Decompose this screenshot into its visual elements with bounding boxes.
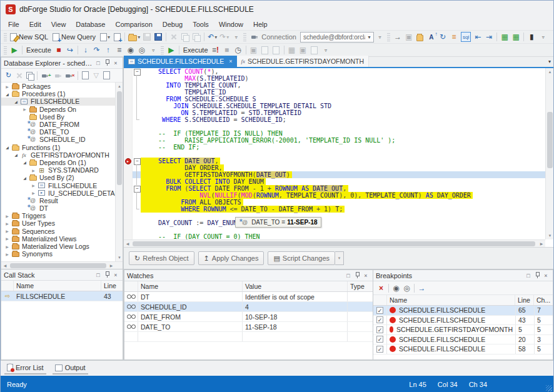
new-snippet-button[interactable] xyxy=(259,44,271,56)
undo-button[interactable]: ↶▾ xyxy=(206,31,218,43)
collapsed-arrow-icon[interactable]: ▶ xyxy=(4,252,11,256)
collapsed-arrow-icon[interactable]: ▶ xyxy=(4,236,11,241)
breakpoint-check-cell[interactable]: ✓ xyxy=(373,335,387,344)
menu-database[interactable]: Database xyxy=(71,19,110,29)
column-line[interactable]: Line xyxy=(515,295,534,305)
sql-formatter-toggle[interactable]: sql xyxy=(460,31,472,43)
menu-edit[interactable]: Edit xyxy=(24,19,46,29)
word-case-button[interactable]: A xyxy=(426,31,437,43)
tree-item[interactable]: @Result xyxy=(1,197,123,204)
code-line[interactable]: GETFIRSTDAYOFMONTH(DATE_OUT) xyxy=(124,171,553,178)
explorer-horizontal-scrollbar[interactable]: ◀ ▶ xyxy=(1,261,123,269)
go-to-source-button[interactable]: → xyxy=(416,283,427,293)
toolbar-overflow-button[interactable]: ▿ xyxy=(320,44,331,56)
save-button[interactable] xyxy=(141,31,153,43)
format-code-button[interactable]: ≡ xyxy=(448,31,460,43)
redo-button[interactable]: ↷▾ xyxy=(218,31,230,43)
breakpoint-margin[interactable] xyxy=(124,109,133,116)
maximize-icon[interactable]: □ xyxy=(344,273,353,279)
execute-label[interactable]: Execute xyxy=(24,46,53,54)
query-profiler-button[interactable]: ▣ xyxy=(248,44,259,56)
step-out-button[interactable]: ↑ xyxy=(103,44,114,56)
code-line[interactable]: BULK COLLECT INTO DAY_ENUM xyxy=(124,178,553,185)
tree-item[interactable]: ▶Depends On xyxy=(1,106,123,113)
code-line[interactable]: INTO TEMPLATE_COUNT, xyxy=(124,82,553,89)
watch-row[interactable]: DATE_TO11-SEP-18 xyxy=(124,322,373,332)
tree-item[interactable]: ▶⊞SYS.STANDARD xyxy=(1,166,123,174)
breakpoint-margin[interactable] xyxy=(124,75,133,82)
code-line[interactable] xyxy=(124,151,553,158)
column-value[interactable]: Value xyxy=(243,281,348,291)
code-line[interactable]: WHERE ROWNUM <= DATE_TO - DATE_FROM + 1)… xyxy=(124,206,553,213)
breakpoint-margin[interactable]: ▸ xyxy=(124,158,133,164)
new-sql-button[interactable]: New SQL xyxy=(9,31,51,43)
editor-horizontal-scrollbar[interactable]: ◀ ▶ xyxy=(124,239,545,247)
expanded-arrow-icon[interactable]: ◢ xyxy=(4,92,11,96)
fold-collapse-button[interactable] xyxy=(133,158,141,164)
collapsed-arrow-icon[interactable]: ▶ xyxy=(21,107,28,111)
new-connection-button[interactable]: + xyxy=(39,70,53,81)
tree-item[interactable]: ◢Functions (1) xyxy=(1,144,123,151)
script-object-button[interactable] xyxy=(80,70,91,81)
watch-row[interactable]: DATE_FROM10-SEP-18 xyxy=(124,312,373,322)
maximize-icon[interactable]: □ xyxy=(94,60,103,66)
tree-item[interactable]: ◢Used By (2) xyxy=(1,174,123,181)
toolbar-overflow-button[interactable]: ▿ xyxy=(148,44,159,56)
script-changes-dropdown[interactable]: ▾ xyxy=(335,251,344,265)
breakpoint-row[interactable]: ✓SCHEDULE.FILLSCHEDULE585 xyxy=(373,344,553,354)
expanded-arrow-icon[interactable]: ◢ xyxy=(21,176,28,180)
column-name[interactable]: Name xyxy=(138,281,243,291)
step-over-button[interactable]: ↷ xyxy=(91,44,103,56)
tab-output[interactable]: Output xyxy=(53,362,88,374)
breakpoint-check-cell[interactable]: ✓ xyxy=(373,316,387,325)
column-name[interactable]: Name xyxy=(14,281,101,291)
results-pane-button[interactable]: ▣ xyxy=(298,44,309,56)
toggle-breakpoint-button[interactable]: ◉ xyxy=(125,44,136,56)
toolbar-grip[interactable] xyxy=(4,33,7,41)
breakpoint-margin[interactable] xyxy=(124,68,133,75)
collapsed-arrow-icon[interactable]: ▶ xyxy=(30,168,37,173)
code-line[interactable] xyxy=(124,123,553,130)
breakpoint-margin[interactable] xyxy=(124,89,133,96)
code-line[interactable]: WHERE S.SCHEDULEID = SCHEDULE_ID; xyxy=(124,116,553,123)
pin-icon[interactable] xyxy=(103,271,111,279)
delete-object-button[interactable] xyxy=(14,70,24,81)
breakpoint-margin[interactable] xyxy=(124,82,133,89)
document-well-dropdown-icon[interactable]: ▾ xyxy=(548,59,551,64)
execute-script-button[interactable]: ▶ xyxy=(166,44,177,56)
resize-grip[interactable] xyxy=(546,385,552,391)
breakpoint-row[interactable]: ✓SCHEDULE.FILLSCHEDULE435 xyxy=(373,316,553,326)
cut-button[interactable] xyxy=(168,31,179,43)
filter-button[interactable]: ▽ xyxy=(91,70,101,81)
code-line[interactable]: ON S.TEMPLATEID = STD.TEMPLATEID xyxy=(124,109,553,116)
breakpoint-row[interactable]: ✓SCHEDULE.GETFIRSTDAYOFMONTH55 xyxy=(373,325,553,335)
tree-item[interactable]: ◢fxGETFIRSTDAYOFMONTH xyxy=(1,151,123,159)
scrollbar-thumb[interactable] xyxy=(133,241,535,246)
watch-row[interactable]: DTIdentifier is out of scope xyxy=(124,292,373,302)
breakpoint-checkbox[interactable]: ✓ xyxy=(376,346,383,353)
breakpoint-checkbox[interactable]: ✓ xyxy=(376,307,383,314)
breakpoint-row[interactable]: ✓SCHEDULE.FILLSCHEDULE203 xyxy=(373,335,553,345)
breakpoint-margin[interactable] xyxy=(124,219,133,226)
script-changes-button[interactable]: ▤Script Changes xyxy=(268,251,335,265)
code-line[interactable]: ▸ SELECT DATE_OUT, xyxy=(124,158,553,164)
new-document-button[interactable]: ▾ xyxy=(99,31,111,43)
code-line[interactable]: -- RAISE_APPLICATION_ERROR(-20001, 'TEMP… xyxy=(124,137,553,144)
execute-label[interactable]: Execute xyxy=(181,46,210,54)
delete-breakpoint-button[interactable]: × xyxy=(376,283,386,293)
breakpoint-margin[interactable] xyxy=(124,116,133,123)
close-icon[interactable]: × xyxy=(541,273,550,279)
column-ch[interactable]: Ch... xyxy=(534,295,553,305)
tab-fillschedule[interactable]: m SCHEDULE.FILLSCHEDULE × xyxy=(124,56,237,67)
expanded-arrow-icon[interactable]: ◢ xyxy=(4,145,11,149)
close-icon[interactable]: × xyxy=(361,273,370,279)
toolbar-overflow-button[interactable]: ▿ xyxy=(374,31,385,43)
connect-button[interactable] xyxy=(53,70,63,81)
call-stack-row[interactable]: ⇨FILLSCHEDULE43 xyxy=(1,291,123,301)
menu-help[interactable]: Help xyxy=(248,19,273,29)
breakpoint-check-cell[interactable]: ✓ xyxy=(373,306,387,315)
code-line[interactable]: MAX(S.TEMPLATEID) xyxy=(124,75,553,82)
breakpoint-margin[interactable] xyxy=(124,96,133,103)
code-line[interactable]: TEMPLATE_ID xyxy=(124,89,553,96)
menu-tools[interactable]: Tools xyxy=(188,19,214,29)
